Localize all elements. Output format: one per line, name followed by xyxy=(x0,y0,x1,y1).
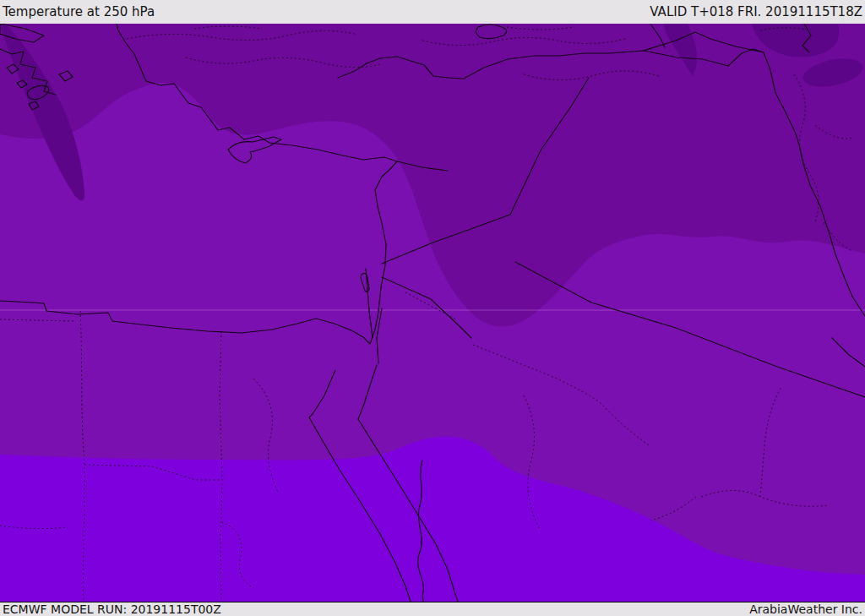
map-title: Temperature at 250 hPa xyxy=(3,4,155,19)
header-bar: Temperature at 250 hPa VALID T+018 FRI. … xyxy=(0,0,865,24)
credit-label: ArabiaWeather Inc. xyxy=(749,602,862,616)
weather-map xyxy=(0,24,865,602)
model-run-label: ECMWF MODEL RUN: 20191115T00Z xyxy=(3,602,221,616)
valid-time-label: VALID T+018 FRI. 20191115T18Z xyxy=(650,4,862,19)
footer-bar: ECMWF MODEL RUN: 20191115T00Z ArabiaWeat… xyxy=(0,602,865,616)
weather-map-screenshot: Temperature at 250 hPa VALID T+018 FRI. … xyxy=(0,0,865,616)
